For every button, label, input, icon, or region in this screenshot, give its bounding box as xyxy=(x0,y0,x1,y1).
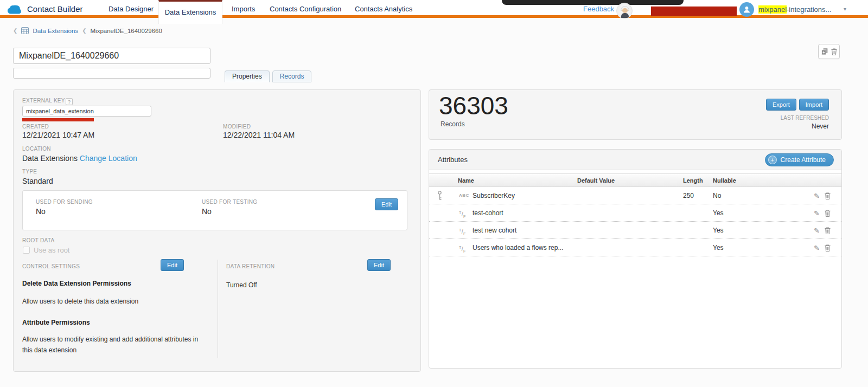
delete-icon[interactable] xyxy=(831,48,837,55)
contact-builder-page: Contact Builder Data Designer Data Exten… xyxy=(0,0,868,387)
attribute-nullable: Yes xyxy=(713,222,724,239)
de-description-input[interactable] xyxy=(13,68,210,79)
de-actions-toolbar xyxy=(818,44,840,59)
import-button[interactable]: Import xyxy=(799,99,829,111)
col-default-value: Default Value xyxy=(577,174,615,188)
app-title: Contact Builder xyxy=(27,4,83,14)
data-retention-value: Turned Off xyxy=(226,280,257,291)
nav-item-contacts-analytics[interactable]: Contacts Analytics xyxy=(355,0,412,18)
chevron-left-icon[interactable]: ❮ xyxy=(13,28,17,34)
attribute-length: 250 xyxy=(683,187,694,204)
edit-attribute-icon[interactable]: ✎ xyxy=(814,192,820,200)
user-menu-caret-icon[interactable]: ▾ xyxy=(844,6,846,12)
created-value: 12/21/2021 10:47 AM xyxy=(22,131,94,139)
character-face xyxy=(622,8,628,13)
nav-item-imports[interactable]: Imports xyxy=(232,0,255,18)
user-menu[interactable]: mixpanel-integrations... xyxy=(758,5,831,14)
type-value: Standard xyxy=(22,177,53,185)
last-refreshed-value: Never xyxy=(812,122,829,130)
delete-attribute-icon[interactable] xyxy=(825,227,831,234)
location-label: LOCATION xyxy=(22,146,51,152)
attribute-row: T/F Users who loaded a flows rep... Yes … xyxy=(429,239,841,256)
external-key-label: EXTERNAL KEY xyxy=(22,98,65,104)
used-for-testing-label: USED FOR TESTING xyxy=(202,199,257,205)
person-icon xyxy=(742,5,751,14)
user-name-rest: -integrations... xyxy=(787,5,831,14)
create-attribute-label: Create Attribute xyxy=(781,156,826,164)
records-label: Records xyxy=(441,120,465,128)
edit-data-retention-button[interactable]: Edit xyxy=(367,259,391,271)
delete-permissions-desc: Allow users to delete this data extensio… xyxy=(22,296,138,307)
primary-key-icon xyxy=(437,191,442,201)
row-actions: ✎ xyxy=(814,222,831,239)
delete-attribute-icon[interactable] xyxy=(825,244,831,251)
row-actions: ✎ xyxy=(814,204,831,222)
data-extension-grid-icon xyxy=(21,27,29,34)
tab-properties[interactable]: Properties xyxy=(225,70,270,82)
export-button[interactable]: Export xyxy=(766,99,796,111)
attribute-nullable: No xyxy=(713,187,721,204)
copy-icon[interactable] xyxy=(821,48,828,55)
text-type-icon: ABC xyxy=(459,187,469,204)
attribute-nullable: Yes xyxy=(713,204,724,222)
assistant-character-icon[interactable] xyxy=(616,3,633,19)
control-settings-label: CONTROL SETTINGS xyxy=(22,263,80,269)
attribute-row: T/F test-cohort Yes ✎ xyxy=(429,204,841,222)
col-length: Length xyxy=(683,174,703,188)
delete-permissions-title: Delete Data Extension Permissions xyxy=(22,280,131,287)
delete-attribute-icon[interactable] xyxy=(825,192,831,199)
nav-item-data-designer[interactable]: Data Designer xyxy=(108,0,154,18)
nav-item-data-extensions[interactable]: Data Extensions xyxy=(158,0,222,24)
redaction-box-black xyxy=(502,0,684,5)
feedback-link[interactable]: Feedback xyxy=(583,5,614,13)
records-buttons: Export Import xyxy=(766,99,829,111)
location-text: Data Extensions xyxy=(22,154,78,163)
edit-attribute-icon[interactable]: ✎ xyxy=(814,227,820,235)
properties-panel: EXTERNAL KEY ? CREATED 12/21/2021 10:47 … xyxy=(13,89,421,372)
col-name: Name xyxy=(458,174,474,188)
edit-sending-button[interactable]: Edit xyxy=(375,198,398,210)
nav-item-contacts-configuration[interactable]: Contacts Configuration xyxy=(270,0,341,18)
edit-control-settings-button[interactable]: Edit xyxy=(161,259,184,271)
location-value: Data Extensions Change Location xyxy=(22,154,137,163)
external-key-input[interactable] xyxy=(22,106,151,117)
used-for-testing-value: No xyxy=(202,207,212,216)
change-location-link[interactable]: Change Location xyxy=(80,154,137,163)
create-attribute-button[interactable]: + Create Attribute xyxy=(765,153,834,166)
attribute-permissions-desc: Allow users to modify existing and add a… xyxy=(22,334,203,356)
created-label: CREATED xyxy=(22,124,49,130)
de-name-input[interactable] xyxy=(13,48,210,64)
records-summary-card: 36303 Records Export Import LAST REFRESH… xyxy=(429,89,842,140)
help-icon[interactable]: ? xyxy=(66,98,73,105)
attribute-row: T/F test new cohort Yes ✎ xyxy=(429,222,841,239)
use-as-root-checkbox[interactable] xyxy=(23,247,30,254)
attribute-name: Users who loaded a flows rep... xyxy=(473,239,563,256)
attributes-table-header: Name Default Value Length Nullable xyxy=(429,173,841,187)
root-data-label: ROOT DATA xyxy=(22,237,54,243)
edit-attribute-icon[interactable]: ✎ xyxy=(814,244,820,252)
col-nullable: Nullable xyxy=(713,174,736,188)
app-brand[interactable]: Contact Builder xyxy=(7,0,83,18)
type-label: TYPE xyxy=(22,169,37,175)
breadcrumb: ❮ Data Extensions ❮ MixpanelDE_164002966… xyxy=(13,27,162,34)
attribute-nullable: Yes xyxy=(713,239,724,256)
annotation-red-underline xyxy=(22,118,94,121)
plus-icon: + xyxy=(768,156,777,164)
last-refreshed-label: LAST REFRESHED xyxy=(781,115,829,121)
attributes-header: Attributes + Create Attribute xyxy=(429,150,841,170)
cloud-logo-icon xyxy=(7,4,23,15)
tab-records[interactable]: Records xyxy=(272,70,312,82)
delete-attribute-icon[interactable] xyxy=(825,210,831,217)
edit-attribute-icon[interactable]: ✎ xyxy=(814,209,820,217)
row-actions: ✎ xyxy=(814,187,831,204)
view-tabs: Properties Records xyxy=(225,70,311,82)
used-for-sending-value: No xyxy=(36,207,46,216)
breadcrumb-data-extensions-link[interactable]: Data Extensions xyxy=(33,28,78,34)
row-actions: ✎ xyxy=(814,239,831,256)
attribute-name: test-cohort xyxy=(473,204,503,222)
attribute-permissions-title: Attribute Permissions xyxy=(22,319,90,326)
settings-divider xyxy=(218,260,218,358)
user-avatar[interactable] xyxy=(739,2,754,17)
attribute-row: ABC SubscriberKey 250 No ✎ xyxy=(429,187,841,204)
user-name-highlight: mixpanel xyxy=(758,5,787,14)
